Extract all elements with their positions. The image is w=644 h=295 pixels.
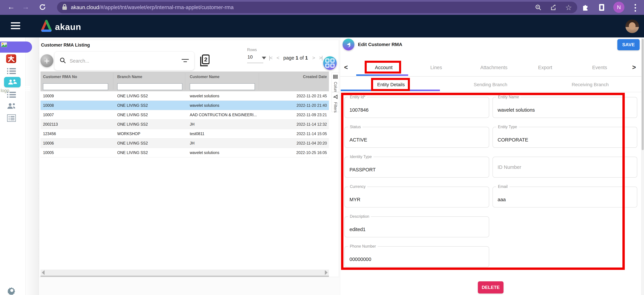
sidebar-item-list-2[interactable] xyxy=(7,91,16,98)
column-header[interactable]: Customer RMA No xyxy=(43,74,77,79)
cell-branch: ONE LIVING SS2 xyxy=(117,103,148,108)
identity-type-field[interactable]: Identity Type PASSPORT xyxy=(344,157,489,178)
email-field[interactable]: Email aaa xyxy=(492,186,637,208)
filter-list-icon[interactable] xyxy=(181,58,189,64)
filter-input-customer[interactable] xyxy=(190,83,255,90)
email-value: aaa xyxy=(498,197,506,202)
description-field[interactable]: Description edited1 xyxy=(344,216,489,237)
entity-name-field[interactable]: Entity Name wavelet solutions xyxy=(492,97,637,118)
search-box xyxy=(54,52,194,70)
rows-per-page-select[interactable]: 10 xyxy=(248,54,253,60)
browser-back-icon[interactable]: ← xyxy=(8,3,15,10)
entity-id-field[interactable]: Entity Id* 1007846 xyxy=(344,97,489,118)
browser-menu-icon[interactable] xyxy=(634,4,636,12)
share-icon[interactable] xyxy=(550,4,557,11)
horizontal-scrollbar[interactable] xyxy=(40,270,329,276)
description-label: Description xyxy=(348,214,371,219)
search-input[interactable] xyxy=(69,58,181,64)
sidebar-item-customers-active[interactable] xyxy=(4,77,20,87)
zoom-icon[interactable] xyxy=(534,4,542,11)
table-row[interactable]: 10005 ONE LIVING SS2 wavelet solutions 2… xyxy=(40,148,329,157)
scroll-left-icon[interactable] xyxy=(42,270,44,275)
column-header[interactable]: Customer Name xyxy=(190,74,220,79)
settings-gear-icon[interactable] xyxy=(7,286,16,295)
prev-page-button[interactable]: < xyxy=(276,55,279,61)
table-row[interactable]: 123456 WORKSHOP test0811 2022-11-14 15:0… xyxy=(40,129,329,138)
column-header[interactable]: Created Date xyxy=(303,74,327,79)
phone-number-field[interactable]: Phone Number 00000000 xyxy=(344,246,489,267)
subtab-receiving-branch[interactable]: Receiving Branch xyxy=(572,82,608,87)
add-record-button[interactable]: + xyxy=(40,54,53,67)
save-button[interactable]: SAVE xyxy=(617,39,640,50)
tab-events[interactable]: Events xyxy=(592,65,607,70)
tabs-scroll-right-icon[interactable]: > xyxy=(632,64,636,71)
cell-customer: JH xyxy=(190,122,194,126)
status-field[interactable]: Status ACTIVE xyxy=(344,127,489,148)
address-bar[interactable]: akaun.cloud/#/applet/tnt/wavelet/erp/int… xyxy=(57,2,577,13)
expand-menu-icon[interactable] xyxy=(21,85,30,93)
table-row-selected[interactable]: 10008 ONE LIVING SS2 wavelet solutions 2… xyxy=(40,101,329,110)
sidebar-logo-pill[interactable]: logo xyxy=(0,42,32,52)
tabs-scroll-left-icon[interactable]: < xyxy=(344,64,348,71)
filter-input-rma-no[interactable] xyxy=(43,83,108,90)
sidebar-item-form[interactable] xyxy=(7,114,16,122)
akaun-triangle-icon xyxy=(40,20,53,34)
browser-forward-icon[interactable]: → xyxy=(22,3,29,10)
tab-account[interactable]: Account xyxy=(375,65,393,70)
cell-branch: ONE LIVING SS2 xyxy=(117,141,148,146)
entity-name-label: Entity Name xyxy=(496,95,521,99)
phone-number-value: 00000000 xyxy=(350,256,371,262)
currency-field[interactable]: Currency MYR xyxy=(344,186,489,208)
last-page-button[interactable]: >| xyxy=(319,55,322,61)
cell-branch: ONE LIVING SS2 xyxy=(117,150,148,155)
next-page-button[interactable]: > xyxy=(312,55,315,61)
tab-attachments[interactable]: Attachments xyxy=(480,65,507,70)
delete-button[interactable]: DELETE xyxy=(478,281,504,294)
page-indicator: page 1 of 1 xyxy=(283,55,308,61)
user-avatar[interactable] xyxy=(626,20,639,33)
browser-bar: ← → akaun.cloud/#/applet/tnt/wavelet/erp… xyxy=(0,0,644,15)
scroll-right-icon[interactable] xyxy=(325,270,328,275)
filters-side-tab[interactable]: Filters xyxy=(332,92,339,112)
bookmark-star-icon[interactable]: ☆ xyxy=(565,4,572,11)
first-page-button[interactable]: |< xyxy=(269,55,272,61)
extensions-puzzle-icon[interactable] xyxy=(582,3,589,11)
table-row[interactable]: 10009 ONE LIVING SS2 wavelet solutions 2… xyxy=(40,91,329,101)
active-subtab-underline xyxy=(341,90,440,91)
sidebar-item-da-applet[interactable] xyxy=(6,54,16,63)
table-row[interactable]: 10006 ONE LIVING SS2 JH 2022-11-04 20:20 xyxy=(40,138,329,148)
tab-lines[interactable]: Lines xyxy=(430,65,442,70)
hamburger-menu-icon[interactable] xyxy=(11,22,20,29)
sidebar-item-list-1[interactable] xyxy=(7,68,16,75)
cell-created: 2022-11-09 23:21 xyxy=(296,112,327,117)
cell-branch: ONE LIVING SS2 xyxy=(117,122,148,126)
chevron-down-icon[interactable] xyxy=(262,57,266,59)
rows-select-underline xyxy=(247,63,263,63)
detail-title: Edit Customer RMA xyxy=(358,42,402,47)
duplicate-pages-icon[interactable]: 2 xyxy=(199,54,210,68)
column-separator xyxy=(185,73,185,90)
tab-export[interactable]: Export xyxy=(538,65,552,70)
subtab-sending-branch[interactable]: Sending Branch xyxy=(474,82,507,87)
columns-side-tab[interactable]: Columns xyxy=(332,72,339,92)
subtabs-divider xyxy=(340,92,644,92)
entity-type-field[interactable]: Entity Type CORPORATE xyxy=(492,127,637,148)
grid-view-button[interactable] xyxy=(323,56,337,70)
cell-rma-no: 10008 xyxy=(43,103,54,108)
horizontal-scrollbar-thumb[interactable] xyxy=(40,276,329,277)
tabs-divider xyxy=(340,76,644,76)
vertical-scrollbar-thumb[interactable] xyxy=(642,39,644,150)
id-number-field[interactable]: ID Number xyxy=(492,157,637,178)
sidebar-item-contacts[interactable] xyxy=(6,102,16,110)
subtab-entity-details[interactable]: Entity Details xyxy=(377,82,405,87)
back-button[interactable] xyxy=(342,38,354,50)
browser-profile-badge[interactable]: N xyxy=(613,2,624,13)
browser-reload-icon[interactable] xyxy=(38,3,46,12)
app-logo-text: akaun xyxy=(55,22,81,32)
table-row[interactable]: 10007 ONE LIVING SS2 AAD CONTRUCTION & E… xyxy=(40,110,329,120)
side-panel-icon[interactable] xyxy=(599,4,604,11)
table-row[interactable]: 2002113 ONE LIVING SS2 JH 2022-11-14 12:… xyxy=(40,120,329,129)
cell-rma-no: 10005 xyxy=(43,150,54,155)
column-header[interactable]: Branch Name xyxy=(117,74,142,79)
filter-input-branch[interactable] xyxy=(117,83,182,90)
